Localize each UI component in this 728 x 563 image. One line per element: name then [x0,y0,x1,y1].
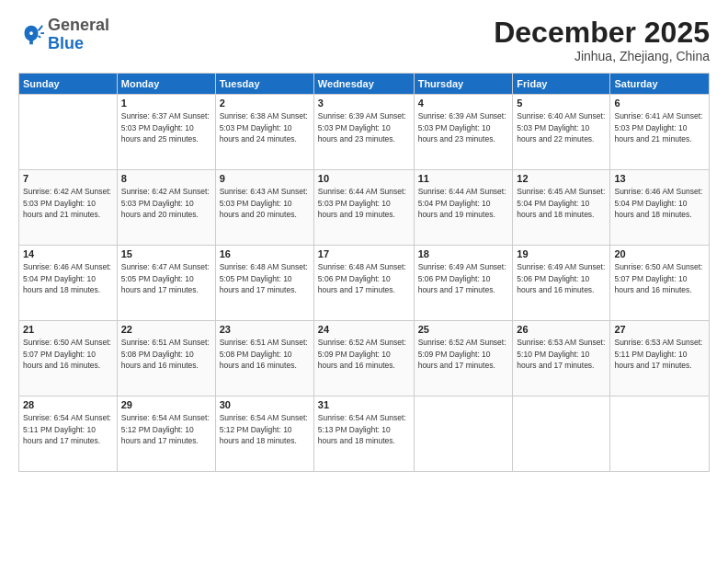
calendar-cell: 27Sunrise: 6:53 AM Sunset: 5:11 PM Dayli… [610,321,710,396]
day-number: 27 [614,324,705,335]
title-block: December 2025 Jinhua, Zhejiang, China [494,17,710,63]
day-info: Sunrise: 6:39 AM Sunset: 5:03 PM Dayligh… [418,110,509,144]
week-row-1: 1Sunrise: 6:37 AM Sunset: 5:03 PM Daylig… [19,95,710,170]
logo-icon [18,22,44,48]
day-number: 13 [614,173,705,184]
day-info: Sunrise: 6:51 AM Sunset: 5:08 PM Dayligh… [121,337,211,371]
day-number: 20 [614,248,705,259]
page: General Blue December 2025 Jinhua, Zheji… [0,0,728,563]
day-number: 23 [220,324,310,335]
day-info: Sunrise: 6:46 AM Sunset: 5:04 PM Dayligh… [614,186,705,220]
week-row-4: 21Sunrise: 6:50 AM Sunset: 5:07 PM Dayli… [19,321,710,396]
weekday-header-saturday: Saturday [610,74,710,95]
calendar-cell: 24Sunrise: 6:52 AM Sunset: 5:09 PM Dayli… [313,321,414,396]
day-number: 16 [220,248,310,259]
calendar-cell: 19Sunrise: 6:49 AM Sunset: 5:06 PM Dayli… [513,246,610,321]
day-number: 25 [418,324,509,335]
calendar-cell: 1Sunrise: 6:37 AM Sunset: 5:03 PM Daylig… [117,95,215,170]
calendar-cell: 21Sunrise: 6:50 AM Sunset: 5:07 PM Dayli… [19,321,118,396]
day-number: 2 [220,98,310,109]
calendar-cell [610,396,710,472]
calendar-cell: 13Sunrise: 6:46 AM Sunset: 5:04 PM Dayli… [610,170,710,246]
calendar-cell: 2Sunrise: 6:38 AM Sunset: 5:03 PM Daylig… [215,95,313,170]
calendar-cell: 11Sunrise: 6:44 AM Sunset: 5:04 PM Dayli… [414,170,513,246]
calendar-cell: 8Sunrise: 6:42 AM Sunset: 5:03 PM Daylig… [117,170,215,246]
day-info: Sunrise: 6:53 AM Sunset: 5:10 PM Dayligh… [517,337,606,371]
day-info: Sunrise: 6:39 AM Sunset: 5:03 PM Dayligh… [318,110,410,144]
logo: General Blue [18,17,109,53]
day-info: Sunrise: 6:45 AM Sunset: 5:04 PM Dayligh… [517,186,606,220]
day-number: 15 [121,248,211,259]
weekday-header-wednesday: Wednesday [313,74,414,95]
day-info: Sunrise: 6:50 AM Sunset: 5:07 PM Dayligh… [23,337,113,371]
calendar-cell: 4Sunrise: 6:39 AM Sunset: 5:03 PM Daylig… [414,95,513,170]
logo-text: General Blue [48,17,109,53]
day-info: Sunrise: 6:52 AM Sunset: 5:09 PM Dayligh… [418,337,509,371]
weekday-header-row: SundayMondayTuesdayWednesdayThursdayFrid… [19,74,710,95]
day-number: 10 [318,173,410,184]
day-info: Sunrise: 6:47 AM Sunset: 5:05 PM Dayligh… [121,261,211,295]
day-info: Sunrise: 6:49 AM Sunset: 5:06 PM Dayligh… [418,261,509,295]
calendar-cell [513,396,610,472]
day-info: Sunrise: 6:37 AM Sunset: 5:03 PM Dayligh… [121,110,211,144]
logo-general: General [48,16,109,34]
day-number: 29 [121,399,211,410]
logo-blue: Blue [48,34,84,52]
day-number: 30 [220,399,310,410]
day-number: 28 [23,399,113,410]
day-info: Sunrise: 6:48 AM Sunset: 5:05 PM Dayligh… [220,261,310,295]
day-info: Sunrise: 6:50 AM Sunset: 5:07 PM Dayligh… [614,261,705,295]
day-number: 4 [418,98,509,109]
weekday-header-thursday: Thursday [414,74,513,95]
day-info: Sunrise: 6:51 AM Sunset: 5:08 PM Dayligh… [220,337,310,371]
week-row-2: 7Sunrise: 6:42 AM Sunset: 5:03 PM Daylig… [19,170,710,246]
calendar-cell: 5Sunrise: 6:40 AM Sunset: 5:03 PM Daylig… [513,95,610,170]
day-number: 6 [614,98,705,109]
day-number: 22 [121,324,211,335]
location: Jinhua, Zhejiang, China [494,49,710,63]
calendar-cell: 25Sunrise: 6:52 AM Sunset: 5:09 PM Dayli… [414,321,513,396]
day-info: Sunrise: 6:48 AM Sunset: 5:06 PM Dayligh… [318,261,410,295]
day-info: Sunrise: 6:54 AM Sunset: 5:12 PM Dayligh… [220,412,310,446]
weekday-header-monday: Monday [117,74,215,95]
day-number: 7 [23,173,113,184]
day-info: Sunrise: 6:53 AM Sunset: 5:11 PM Dayligh… [614,337,705,371]
weekday-header-tuesday: Tuesday [215,74,313,95]
day-number: 18 [418,248,509,259]
day-info: Sunrise: 6:42 AM Sunset: 5:03 PM Dayligh… [121,186,211,220]
calendar-cell: 9Sunrise: 6:43 AM Sunset: 5:03 PM Daylig… [215,170,313,246]
week-row-5: 28Sunrise: 6:54 AM Sunset: 5:11 PM Dayli… [19,396,710,472]
day-number: 17 [318,248,410,259]
day-number: 8 [121,173,211,184]
calendar-cell: 31Sunrise: 6:54 AM Sunset: 5:13 PM Dayli… [313,396,414,472]
day-info: Sunrise: 6:38 AM Sunset: 5:03 PM Dayligh… [220,110,310,144]
day-info: Sunrise: 6:44 AM Sunset: 5:03 PM Dayligh… [318,186,410,220]
day-number: 19 [517,248,606,259]
day-number: 5 [517,98,606,109]
calendar-cell [414,396,513,472]
day-number: 31 [318,399,410,410]
day-info: Sunrise: 6:44 AM Sunset: 5:04 PM Dayligh… [418,186,509,220]
day-number: 9 [220,173,310,184]
calendar-table: SundayMondayTuesdayWednesdayThursdayFrid… [18,73,710,472]
day-number: 11 [418,173,509,184]
day-number: 3 [318,98,410,109]
day-number: 14 [23,248,113,259]
calendar-cell [19,95,118,170]
calendar-cell: 28Sunrise: 6:54 AM Sunset: 5:11 PM Dayli… [19,396,118,472]
day-info: Sunrise: 6:46 AM Sunset: 5:04 PM Dayligh… [23,261,113,295]
calendar-cell: 18Sunrise: 6:49 AM Sunset: 5:06 PM Dayli… [414,246,513,321]
day-number: 21 [23,324,113,335]
calendar-cell: 23Sunrise: 6:51 AM Sunset: 5:08 PM Dayli… [215,321,313,396]
day-info: Sunrise: 6:42 AM Sunset: 5:03 PM Dayligh… [23,186,113,220]
calendar-cell: 30Sunrise: 6:54 AM Sunset: 5:12 PM Dayli… [215,396,313,472]
weekday-header-friday: Friday [513,74,610,95]
day-info: Sunrise: 6:54 AM Sunset: 5:11 PM Dayligh… [23,412,113,446]
calendar-cell: 29Sunrise: 6:54 AM Sunset: 5:12 PM Dayli… [117,396,215,472]
day-number: 12 [517,173,606,184]
calendar-cell: 26Sunrise: 6:53 AM Sunset: 5:10 PM Dayli… [513,321,610,396]
calendar-cell: 3Sunrise: 6:39 AM Sunset: 5:03 PM Daylig… [313,95,414,170]
month-title: December 2025 [494,17,710,49]
week-row-3: 14Sunrise: 6:46 AM Sunset: 5:04 PM Dayli… [19,246,710,321]
day-info: Sunrise: 6:52 AM Sunset: 5:09 PM Dayligh… [318,337,410,371]
